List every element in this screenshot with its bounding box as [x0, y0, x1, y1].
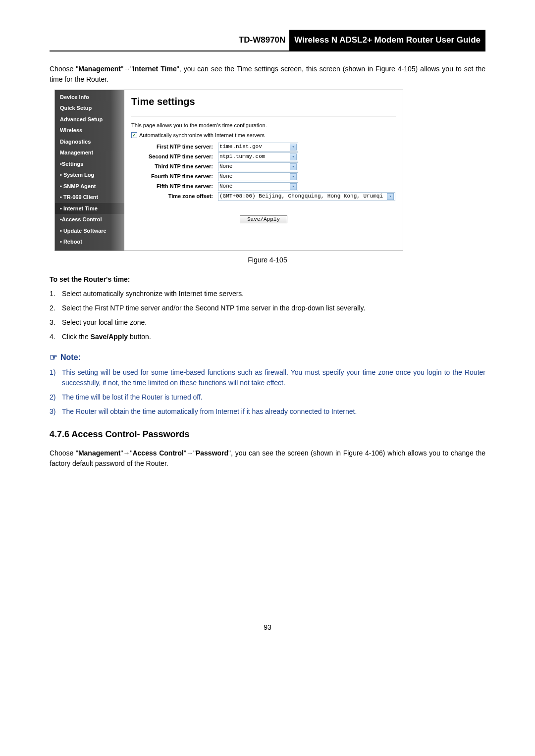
- step-text: Select the First NTP time server and/or …: [62, 303, 485, 313]
- sidebar-item[interactable]: Diagnostics: [55, 136, 124, 148]
- step-item: 1.Select automatically synchronize with …: [50, 289, 485, 299]
- form-label: Fifth NTP time server:: [131, 182, 218, 191]
- note-text: The Router will obtain the time automati…: [62, 406, 485, 417]
- router-screenshot: Device InfoQuick SetupAdvanced SetupWire…: [54, 90, 403, 251]
- form-label: Third NTP time server:: [131, 162, 218, 171]
- note-item: 2)The time will be lost if the Router is…: [50, 392, 485, 403]
- sidebar-item[interactable]: • Internet Time: [55, 203, 124, 214]
- sidebar-item[interactable]: • SNMP Agent: [55, 181, 124, 192]
- step-number: 4.: [50, 332, 62, 342]
- note-text: The time will be lost if the Router is t…: [62, 392, 485, 403]
- ntp-select[interactable]: (GMT+08:00) Beijing, Chongquing, Hong Ko…: [218, 192, 395, 201]
- ntp-form: First NTP time server:time.nist.gov▾Seco…: [131, 143, 396, 201]
- step-text: Select your local time zone.: [62, 317, 485, 328]
- notes-list: 1)This setting will be used for some tim…: [50, 367, 485, 417]
- ntp-select[interactable]: None▾: [218, 182, 298, 191]
- step-item: 3.Select your local time zone.: [50, 317, 485, 328]
- select-value: None: [219, 162, 232, 171]
- note-number: 2): [50, 392, 62, 403]
- select-value: None: [219, 182, 232, 191]
- select-value: time.nist.gov: [219, 143, 262, 151]
- chevron-down-icon[interactable]: ▾: [290, 163, 297, 170]
- steps-list: 1.Select automatically synchronize with …: [50, 289, 485, 342]
- sidebar-item[interactable]: Quick Setup: [55, 102, 124, 114]
- para2: Choose "Management"→"Access Control"→"Pa…: [50, 448, 485, 469]
- sidebar-item[interactable]: • Update Software: [55, 225, 124, 237]
- form-label: Second NTP time server:: [131, 152, 218, 161]
- sidebar-item[interactable]: •Settings: [55, 158, 124, 170]
- sidebar-item[interactable]: • Reboot: [55, 236, 124, 248]
- note-text: This setting will be used for some time-…: [62, 367, 485, 388]
- select-value: (GMT+08:00) Beijing, Chongquing, Hong Ko…: [219, 192, 383, 201]
- checkbox-label: Automatically synchronize with Internet …: [139, 131, 265, 140]
- pane-description: This page allows you to the modem's time…: [131, 121, 396, 130]
- router-content-pane: Time settings This page allows you to th…: [124, 90, 403, 251]
- form-row: Fifth NTP time server:None▾: [131, 182, 396, 191]
- chevron-down-icon[interactable]: ▾: [387, 193, 394, 200]
- step-item: 4.Click the Save/Apply button.: [50, 332, 485, 342]
- section-heading: 4.7.6 Access Control- Passwords: [50, 428, 485, 441]
- sidebar-item[interactable]: • System Log: [55, 169, 124, 181]
- intro-paragraph: Choose "Management"→"Internet Time", you…: [50, 64, 485, 85]
- document-title: Wireless N ADSL2+ Modem Router User Guid…: [289, 30, 485, 50]
- chevron-down-icon[interactable]: ▾: [290, 173, 297, 180]
- sidebar-item[interactable]: Advanced Setup: [55, 114, 124, 125]
- form-row: Third NTP time server:None▾: [131, 162, 396, 171]
- figure-caption: Figure 4-105: [50, 255, 485, 265]
- select-value: None: [219, 172, 232, 181]
- note-item: 3)The Router will obtain the time automa…: [50, 406, 485, 417]
- ntp-select[interactable]: None▾: [218, 172, 298, 181]
- page-number: 93: [50, 622, 485, 633]
- sidebar-item[interactable]: Device Info: [55, 92, 124, 103]
- save-apply-button[interactable]: Save/Apply: [240, 215, 287, 223]
- sidebar-item[interactable]: •Access Control: [55, 214, 124, 225]
- chevron-down-icon[interactable]: ▾: [290, 153, 297, 160]
- note-number: 1): [50, 367, 62, 388]
- divider: [131, 116, 396, 116]
- router-sidebar: Device InfoQuick SetupAdvanced SetupWire…: [55, 90, 124, 251]
- form-row: Fourth NTP time server:None▾: [131, 172, 396, 181]
- sidebar-item[interactable]: Management: [55, 147, 124, 158]
- form-label: Fourth NTP time server:: [131, 172, 218, 181]
- step-number: 1.: [50, 289, 62, 299]
- pane-heading: Time settings: [131, 94, 396, 109]
- document-header: TD-W8970N Wireless N ADSL2+ Modem Router…: [50, 30, 485, 51]
- note-heading: ☞ Note:: [50, 351, 485, 364]
- form-label: Time zone offset:: [131, 192, 218, 201]
- select-value: ntp1.tummy.com: [219, 152, 265, 161]
- form-label: First NTP time server:: [131, 143, 218, 151]
- step-item: 2.Select the First NTP time server and/o…: [50, 303, 485, 313]
- steps-heading: To set the Router's time:: [50, 274, 485, 285]
- note-item: 1)This setting will be used for some tim…: [50, 367, 485, 388]
- chevron-down-icon[interactable]: ▾: [290, 183, 297, 190]
- form-row: First NTP time server:time.nist.gov▾: [131, 143, 396, 151]
- chevron-down-icon[interactable]: ▾: [290, 144, 297, 151]
- model-number: TD-W8970N: [235, 30, 289, 50]
- note-number: 3): [50, 406, 62, 417]
- checkbox-checked-icon[interactable]: ✔: [131, 132, 137, 138]
- ntp-select[interactable]: None▾: [218, 162, 298, 171]
- step-text: Select automatically synchronize with In…: [62, 289, 485, 299]
- step-number: 3.: [50, 317, 62, 328]
- step-text: Click the Save/Apply button.: [62, 332, 485, 342]
- step-number: 2.: [50, 303, 62, 313]
- auto-sync-checkbox-row[interactable]: ✔ Automatically synchronize with Interne…: [131, 131, 396, 140]
- ntp-select[interactable]: time.nist.gov▾: [218, 143, 298, 151]
- pointing-hand-icon: ☞: [50, 351, 57, 364]
- form-row: Time zone offset:(GMT+08:00) Beijing, Ch…: [131, 192, 396, 201]
- sidebar-item[interactable]: Wireless: [55, 125, 124, 136]
- ntp-select[interactable]: ntp1.tummy.com▾: [218, 152, 298, 161]
- sidebar-item[interactable]: • TR-069 Client: [55, 192, 124, 203]
- form-row: Second NTP time server:ntp1.tummy.com▾: [131, 152, 396, 161]
